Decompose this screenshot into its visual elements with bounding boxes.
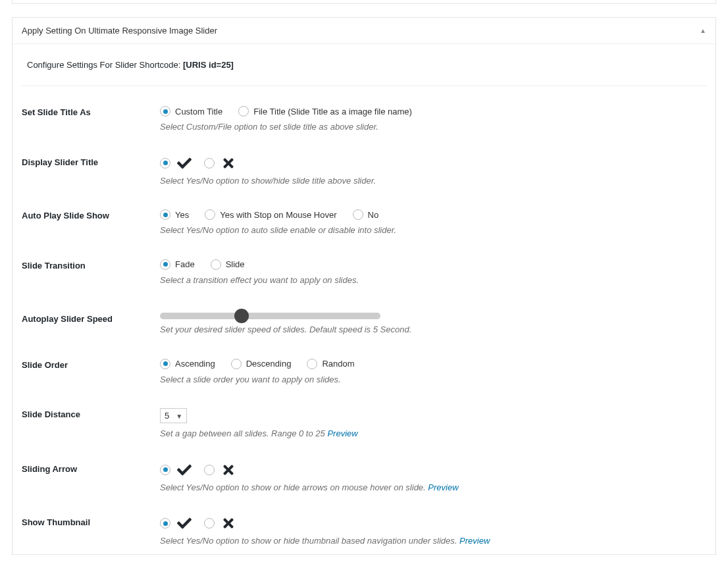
x-icon: [219, 463, 238, 477]
row-display-slider-title: Display Slider Title Select Yes/No optio…: [22, 156, 706, 188]
radio-dot[interactable]: [160, 259, 170, 270]
row-autoplay: Auto Play Slide Show Yes Yes with Stop o…: [22, 209, 706, 237]
panel-title: Apply Setting On Ultimate Responsive Ima…: [22, 26, 217, 36]
label-sliding-arrow: Sliding Arrow: [22, 463, 160, 474]
radio-autoplay-yes[interactable]: Yes: [160, 209, 189, 220]
preview-link-thumbnail[interactable]: Preview: [459, 536, 490, 546]
help-speed: Set your desired slider speed of slides.…: [160, 323, 706, 336]
row-thumbnail: Show Thumbnail Select Yes/No optio: [22, 516, 706, 548]
help-slide-title-as: Select Custom/File option to set slide t…: [160, 120, 706, 134]
preview-link-distance[interactable]: Preview: [327, 428, 357, 438]
help-sliding-arrow-text: Select Yes/No option to show or hide arr…: [160, 482, 428, 492]
radio-dot[interactable]: [307, 359, 317, 369]
distance-value: 5: [165, 411, 169, 421]
radio-dot[interactable]: [160, 158, 170, 168]
label-slide-title-as: Set Slide Title As: [22, 106, 160, 117]
label-display-slider-title: Display Slider Title: [22, 156, 160, 167]
radio-file-title[interactable]: File Title (Slide Title as a image file …: [238, 106, 412, 117]
radio-display-no[interactable]: [204, 156, 238, 170]
label-speed: Autoplay Slider Speed: [22, 309, 160, 324]
radio-label: Fade: [175, 259, 195, 269]
radio-custom-title[interactable]: Custom Title: [160, 106, 222, 117]
radio-label: Custom Title: [175, 107, 222, 117]
radio-label: Slide: [226, 259, 245, 269]
x-icon: [219, 156, 238, 170]
check-icon: [175, 463, 194, 477]
help-distance: Set a gap between all slides. Range 0 to…: [160, 427, 706, 440]
radio-label: Yes with Stop on Mouse Hover: [220, 210, 336, 220]
speed-slider-track[interactable]: [160, 313, 380, 319]
help-autoplay: Select Yes/No option to auto slide enabl…: [160, 224, 706, 237]
radio-dot[interactable]: [204, 465, 215, 475]
radio-arrow-no[interactable]: [204, 463, 238, 477]
radio-dot[interactable]: [160, 209, 170, 220]
check-icon: [175, 516, 194, 531]
chevron-down-icon: ▼: [176, 413, 182, 420]
shortcode-prefix: Configure Settings For Slider Shortcode:: [27, 60, 183, 70]
check-icon: [175, 156, 194, 170]
radio-label: Random: [322, 359, 354, 369]
radio-dot[interactable]: [211, 259, 221, 270]
radio-label: Yes: [175, 210, 189, 220]
radio-label: File Title (Slide Title as a image file …: [253, 107, 412, 117]
label-thumbnail: Show Thumbnail: [22, 516, 160, 527]
label-distance: Slide Distance: [22, 408, 160, 419]
help-transition: Select a transition effect you want to a…: [160, 274, 706, 287]
distance-select[interactable]: 5▼: [160, 408, 187, 423]
help-distance-text: Set a gap between all slides. Range 0 to…: [160, 428, 327, 438]
radio-dot[interactable]: [204, 158, 215, 168]
radio-thumb-no[interactable]: [204, 516, 238, 531]
radio-dot[interactable]: [160, 359, 170, 369]
row-slide-title-as: Set Slide Title As Custom Title File Tit…: [22, 106, 706, 134]
preview-link-arrow[interactable]: Preview: [428, 482, 458, 492]
radio-dot[interactable]: [160, 465, 170, 475]
panel-header[interactable]: Apply Setting On Ultimate Responsive Ima…: [13, 18, 715, 44]
row-distance: Slide Distance 5▼ Set a gap between all …: [22, 408, 706, 440]
radio-dot[interactable]: [231, 359, 242, 369]
help-display-slider-title: Select Yes/No option to show/hide slide …: [160, 174, 706, 188]
radio-order-random[interactable]: Random: [307, 359, 354, 369]
radio-dot[interactable]: [205, 209, 215, 220]
radio-transition-fade[interactable]: Fade: [160, 259, 195, 270]
help-order: Select a slide order you want to apply o…: [160, 373, 706, 386]
radio-thumb-yes[interactable]: [160, 516, 194, 531]
prev-panel-edge: [12, 0, 716, 4]
radio-order-asc[interactable]: Ascending: [160, 359, 215, 369]
radio-autoplay-no[interactable]: No: [353, 209, 379, 220]
row-sliding-arrow: Sliding Arrow Select Yes/No option: [22, 463, 706, 494]
radio-autoplay-yes-stop[interactable]: Yes with Stop on Mouse Hover: [205, 209, 336, 220]
radio-dot[interactable]: [160, 518, 170, 529]
radio-dot[interactable]: [238, 106, 249, 117]
radio-dot[interactable]: [160, 106, 170, 117]
label-transition: Slide Transition: [22, 259, 160, 271]
collapse-icon[interactable]: ▲: [700, 27, 706, 34]
radio-arrow-yes[interactable]: [160, 463, 194, 477]
help-thumbnail-text: Select Yes/No option to show or hide thu…: [160, 536, 459, 546]
radio-display-yes[interactable]: [160, 156, 194, 170]
label-order: Slide Order: [22, 359, 160, 370]
radio-transition-slide[interactable]: Slide: [211, 259, 245, 270]
help-thumbnail: Select Yes/No option to show or hide thu…: [160, 534, 706, 548]
radio-dot[interactable]: [353, 209, 363, 220]
shortcode-value: [URIS id=25]: [183, 60, 234, 70]
row-speed: Autoplay Slider Speed Set your desired s…: [22, 309, 706, 336]
row-transition: Slide Transition Fade Slide Select a tra…: [22, 259, 706, 287]
shortcode-info: Configure Settings For Slider Shortcode:…: [22, 56, 706, 86]
radio-order-desc[interactable]: Descending: [231, 359, 292, 369]
label-autoplay: Auto Play Slide Show: [22, 209, 160, 220]
settings-panel: Apply Setting On Ultimate Responsive Ima…: [12, 17, 716, 555]
radio-dot[interactable]: [204, 518, 215, 529]
help-sliding-arrow: Select Yes/No option to show or hide arr…: [160, 481, 706, 494]
speed-slider-handle[interactable]: [234, 309, 249, 323]
radio-label: No: [368, 210, 379, 220]
x-icon: [219, 516, 238, 531]
row-order: Slide Order Ascending Descending: [22, 359, 706, 386]
radio-label: Descending: [246, 359, 292, 369]
radio-label: Ascending: [175, 359, 215, 369]
